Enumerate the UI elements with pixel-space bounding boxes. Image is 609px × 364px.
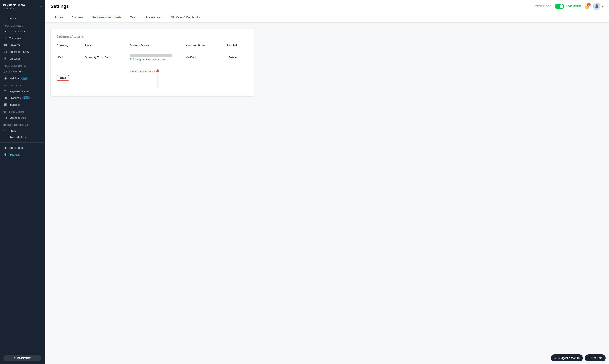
annotation-arrow — [156, 69, 160, 87]
sidebar-header[interactable]: Paystack Demo ID 181744 ▾ — [0, 0, 44, 13]
card-title: Settlement Accounts — [57, 35, 248, 38]
home-icon: ⌂ — [3, 17, 7, 20]
col-account-details: Account Details — [130, 44, 183, 47]
app-id: ID 181744 — [3, 7, 25, 10]
col-currency: Currency — [57, 44, 82, 47]
payouts-icon: ▤ — [3, 43, 7, 47]
live-mode-toggle[interactable] — [555, 4, 564, 9]
sidebar-item-payouts[interactable]: ▤ Payouts — [0, 41, 44, 48]
sidebar-item-transfers[interactable]: ↗ Transfers — [0, 35, 44, 41]
sidebar-item-subscriptions[interactable]: ○ Subscriptions — [0, 134, 44, 141]
sidebar: Paystack Demo ID 181744 ▾ ⌂ Home YOUR BU… — [0, 0, 44, 364]
chevron-down-icon: ▾ — [602, 5, 603, 8]
ngn-account-details: ✎ Change settlement account — [130, 54, 183, 61]
avatar: 👤 — [593, 3, 600, 10]
insights-beta-badge: Beta — [21, 77, 28, 80]
plans-icon: ◇ — [3, 129, 7, 132]
tab-preferences[interactable]: Preferences — [141, 13, 166, 23]
user-avatar-button[interactable]: 👤 ▾ — [593, 3, 603, 10]
arrow-head — [156, 69, 160, 72]
support-button[interactable]: ? SUPPORT — [3, 355, 41, 362]
section-recurring-billing: RECURRING BILLING — [0, 121, 44, 127]
ngn-currency: NGN — [57, 56, 82, 59]
page-title: Settings — [51, 4, 69, 9]
get-help-button[interactable]: ? Get Help — [585, 354, 606, 362]
disputes-icon: ⚑ — [3, 57, 7, 60]
settings-icon: ⚙ — [3, 153, 7, 156]
tab-team[interactable]: Team — [126, 13, 141, 23]
page-content: Settlement Accounts Currency Bank Accoun… — [44, 23, 609, 364]
bottom-action-bar: ✉ Suggest a feature ? Get Help — [551, 354, 606, 362]
header-actions: TEST MODE LIVE MODE 🔔 3 👤 ▾ — [535, 3, 603, 10]
settings-tabs: Profile Business Settlement Accounts Tea… — [44, 13, 609, 23]
table-row-usd: USD + Add bank account — [57, 65, 248, 91]
settlement-accounts-card: Settlement Accounts Currency Bank Accoun… — [51, 29, 254, 97]
audit-logs-icon: ◉ — [3, 146, 7, 149]
sidebar-item-settings[interactable]: ⚙ Settings — [0, 151, 44, 158]
mode-toggle-wrap: LIVE MODE — [555, 4, 581, 9]
tab-api-keys[interactable]: API Keys & Webhooks — [166, 13, 204, 23]
sidebar-item-payment-pages[interactable]: ◻ Payment Pages — [0, 88, 44, 94]
subaccounts-icon: ▢ — [3, 116, 7, 119]
test-mode-label: TEST MODE — [535, 5, 552, 8]
sidebar-item-customers[interactable]: ◎ Customers — [0, 68, 44, 75]
col-enabled: Enabled — [227, 44, 248, 47]
question-icon: ? — [14, 357, 16, 360]
tab-business[interactable]: Business — [68, 13, 88, 23]
ngn-enabled: Default — [227, 55, 248, 60]
chevron-down-icon: ▾ — [40, 5, 41, 8]
table-row-ngn: NGN Guaranty Trust Bank ✎ Change settlem… — [57, 50, 248, 65]
tab-profile[interactable]: Profile — [51, 13, 68, 23]
sidebar-item-transactions[interactable]: ≡ Transactions — [0, 28, 44, 35]
table-header: Currency Bank Account Details Account St… — [57, 42, 248, 50]
transactions-icon: ≡ — [3, 30, 7, 33]
sidebar-item-plans[interactable]: ◇ Plans — [0, 127, 44, 134]
products-icon: ▣ — [3, 96, 7, 100]
pencil-icon: ✎ — [130, 58, 132, 61]
col-bank: Bank — [85, 44, 127, 47]
tab-settlement-accounts[interactable]: Settlement Accounts — [88, 13, 126, 23]
change-settlement-link[interactable]: ✎ Change settlement account — [130, 58, 183, 61]
sidebar-item-subaccounts[interactable]: ▢ Subaccounts — [0, 114, 44, 121]
notification-badge: 3 — [587, 3, 591, 7]
sidebar-item-invoices[interactable]: 📋 Invoices — [0, 101, 44, 108]
divider — [0, 142, 44, 143]
section-split-payments: SPLIT PAYMENTS — [0, 108, 44, 114]
arrow-container: + Add bank account — [130, 69, 248, 87]
usd-badge: USD — [57, 75, 69, 81]
sidebar-nav: ⌂ Home YOUR BUSINESS ≡ Transactions ↗ Tr… — [0, 13, 44, 352]
header: Settings TEST MODE LIVE MODE 🔔 3 👤 ▾ — [44, 0, 609, 13]
customers-icon: ◎ — [3, 70, 7, 73]
notification-bell-button[interactable]: 🔔 3 — [584, 4, 590, 9]
usd-currency: USD — [57, 75, 82, 81]
sidebar-item-insights[interactable]: ◈ Insights Beta — [0, 75, 44, 82]
arrow-line — [158, 72, 158, 87]
help-icon: ? — [588, 356, 590, 360]
subscriptions-icon: ○ — [3, 136, 7, 139]
ngn-status: Verified — [186, 56, 224, 59]
suggest-feature-button[interactable]: ✉ Suggest a feature — [551, 354, 583, 362]
user-icon: 👤 — [595, 4, 599, 8]
account-details-bar — [130, 54, 172, 57]
envelope-icon: ✉ — [554, 356, 557, 360]
sidebar-item-home[interactable]: ⌂ Home — [0, 15, 44, 22]
home-label: Home — [9, 17, 17, 20]
sidebar-item-disputes[interactable]: ⚑ Disputes — [0, 55, 44, 62]
invoices-icon: 📋 — [3, 103, 7, 106]
sidebar-item-audit-logs[interactable]: ◉ Audit Logs — [0, 144, 44, 151]
add-bank-account-button[interactable]: + Add bank account — [130, 70, 155, 73]
col-account-status: Account Status — [186, 44, 224, 47]
products-beta-badge: Beta — [23, 96, 30, 99]
section-your-customers: YOUR CUSTOMERS — [0, 62, 44, 68]
section-your-business: YOUR BUSINESS — [0, 22, 44, 28]
ngn-bank: Guaranty Trust Bank — [85, 56, 127, 59]
balance-icon: 🗂 — [3, 50, 7, 53]
insights-icon: ◈ — [3, 77, 7, 80]
payment-pages-icon: ◻ — [3, 90, 7, 93]
main-content: Settings TEST MODE LIVE MODE 🔔 3 👤 ▾ Pro… — [44, 0, 609, 364]
default-badge: Default — [227, 55, 239, 60]
section-seller-tools: SELLER TOOLS — [0, 82, 44, 88]
sidebar-support: ? SUPPORT — [0, 352, 44, 364]
sidebar-item-products[interactable]: ▣ Products Beta — [0, 94, 44, 101]
sidebar-item-balance-history[interactable]: 🗂 Balance History — [0, 48, 44, 55]
